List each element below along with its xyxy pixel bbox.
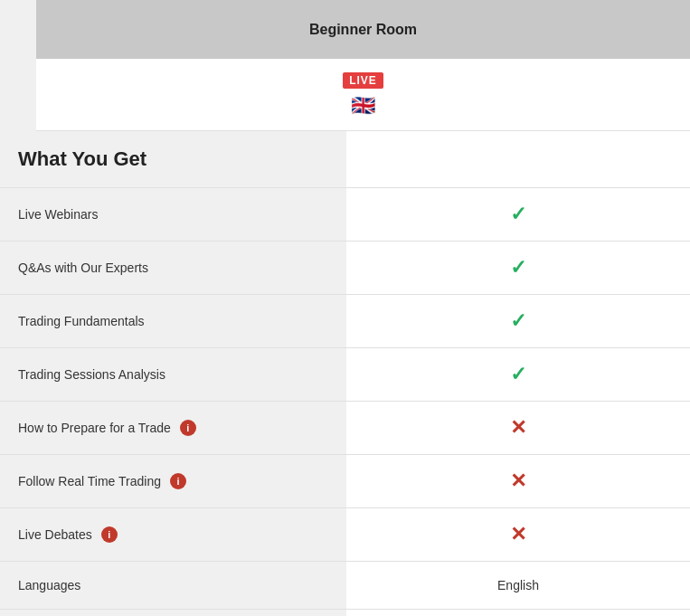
- check-icon: ✓: [510, 256, 526, 280]
- feature-label-2: Trading Fundamentals: [0, 295, 346, 347]
- feature-label-4: How to Prepare for a Tradei: [0, 402, 346, 454]
- comparison-table: Beginner Room LIVE 🇬🇧 What You Get: [0, 0, 690, 616]
- languages-row: Languages English: [0, 561, 690, 609]
- feature-row: Trading Sessions Analysis✓: [0, 347, 690, 401]
- page-container: Beginner Room LIVE 🇬🇧 What You Get: [0, 0, 690, 616]
- feature-status-3: ✓: [346, 348, 690, 401]
- section-title-row: What You Get: [0, 131, 690, 187]
- feature-status-5: ✕: [346, 455, 690, 507]
- column-title: Beginner Room: [309, 22, 417, 38]
- feature-status-2: ✓: [346, 295, 690, 347]
- feature-status-6: ✕: [346, 508, 690, 561]
- feature-text: How to Prepare for a Trade: [18, 421, 171, 435]
- feature-label-0: Live Webinars: [0, 188, 346, 241]
- info-icon[interactable]: i: [180, 420, 196, 436]
- info-icon[interactable]: i: [101, 526, 118, 543]
- feature-text: Live Debates: [18, 527, 92, 542]
- live-badge: LIVE: [343, 72, 383, 89]
- feature-row: Q&As with Our Experts✓: [0, 241, 690, 294]
- live-area-left: [0, 59, 36, 131]
- section-title-left: What You Get: [0, 131, 346, 187]
- feature-row: Trading Fundamentals✓: [0, 294, 690, 347]
- check-icon: ✓: [510, 203, 526, 226]
- feature-row: Live Webinars✓: [0, 187, 690, 241]
- feature-text: Trading Sessions Analysis: [18, 367, 165, 382]
- feature-row: Follow Real Time Tradingi✕: [0, 454, 690, 507]
- feature-status-1: ✓: [346, 242, 690, 294]
- feature-row: Live Debatesi✕: [0, 507, 690, 561]
- section-title-right: [346, 131, 690, 187]
- schedule-left: [0, 610, 346, 616]
- column-header: Beginner Room: [36, 0, 690, 59]
- feature-status-4: ✕: [346, 402, 690, 454]
- header-left: [0, 0, 36, 59]
- check-icon: ✓: [510, 309, 526, 333]
- feature-text: Trading Fundamentals: [18, 314, 145, 328]
- feature-row: How to Prepare for a Tradei✕: [0, 401, 690, 454]
- check-icon: ✓: [510, 363, 526, 386]
- feature-status-0: ✓: [346, 188, 690, 241]
- live-flag-row: LIVE 🇬🇧: [0, 59, 690, 131]
- languages-value: English: [346, 562, 690, 609]
- feature-label-6: Live Debatesi: [0, 508, 346, 561]
- feature-rows: Live Webinars✓Q&As with Our Experts✓Trad…: [0, 187, 690, 561]
- uk-flag-icon: 🇬🇧: [351, 94, 375, 118]
- live-area-right: LIVE 🇬🇧: [36, 59, 690, 131]
- info-icon[interactable]: i: [170, 473, 186, 489]
- feature-label-3: Trading Sessions Analysis: [0, 348, 346, 401]
- feature-text: Q&As with Our Experts: [18, 261, 148, 275]
- feature-text: Follow Real Time Trading: [18, 474, 161, 488]
- cross-icon: ✕: [510, 469, 526, 493]
- cross-icon: ✕: [510, 523, 526, 546]
- schedule-row: 🕐 Check Schedule: [0, 609, 690, 616]
- feature-label-5: Follow Real Time Tradingi: [0, 455, 346, 507]
- section-title: What You Get: [18, 147, 328, 171]
- schedule-right: 🕐 Check Schedule: [346, 610, 690, 616]
- languages-label: Languages: [0, 562, 346, 609]
- feature-label-1: Q&As with Our Experts: [0, 242, 346, 294]
- cross-icon: ✕: [510, 416, 526, 440]
- feature-text: Live Webinars: [18, 207, 98, 222]
- header-row: Beginner Room: [0, 0, 690, 59]
